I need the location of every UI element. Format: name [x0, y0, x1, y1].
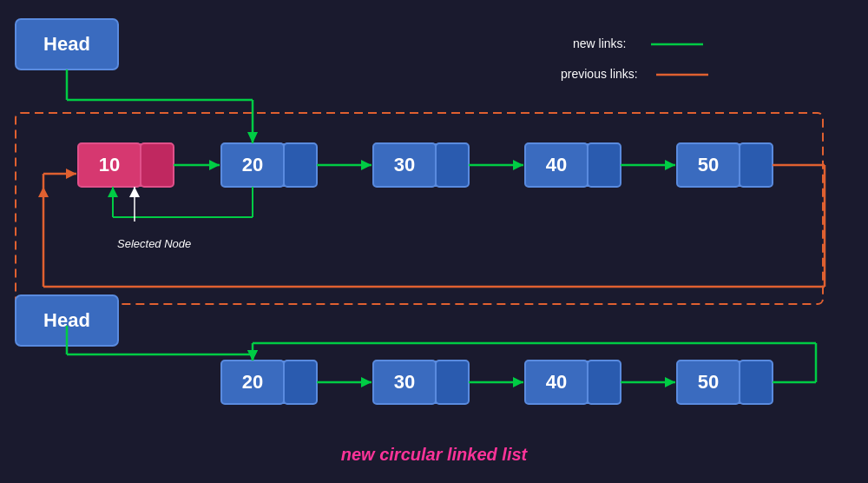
svg-rect-20 [588, 143, 621, 187]
svg-text:20: 20 [242, 154, 263, 175]
svg-text:30: 30 [394, 371, 415, 393]
svg-rect-63 [588, 361, 621, 404]
svg-text:previous links:: previous links: [561, 67, 638, 81]
svg-rect-55 [284, 361, 317, 404]
svg-text:50: 50 [698, 154, 719, 175]
svg-rect-24 [740, 143, 773, 187]
top-head-label: Head [43, 33, 90, 55]
svg-rect-67 [740, 361, 773, 404]
svg-rect-8 [141, 143, 174, 187]
svg-rect-59 [436, 361, 469, 404]
svg-text:10: 10 [99, 154, 120, 175]
footer-label: new circular linked list [341, 445, 529, 464]
svg-rect-12 [284, 143, 317, 187]
svg-text:30: 30 [394, 154, 415, 175]
svg-text:50: 50 [698, 371, 719, 393]
svg-text:40: 40 [546, 371, 567, 393]
selected-node-label: Selected Node [117, 237, 191, 250]
svg-text:20: 20 [242, 371, 263, 393]
svg-text:new links:: new links: [573, 36, 626, 50]
svg-rect-16 [436, 143, 469, 187]
svg-text:40: 40 [546, 154, 567, 175]
